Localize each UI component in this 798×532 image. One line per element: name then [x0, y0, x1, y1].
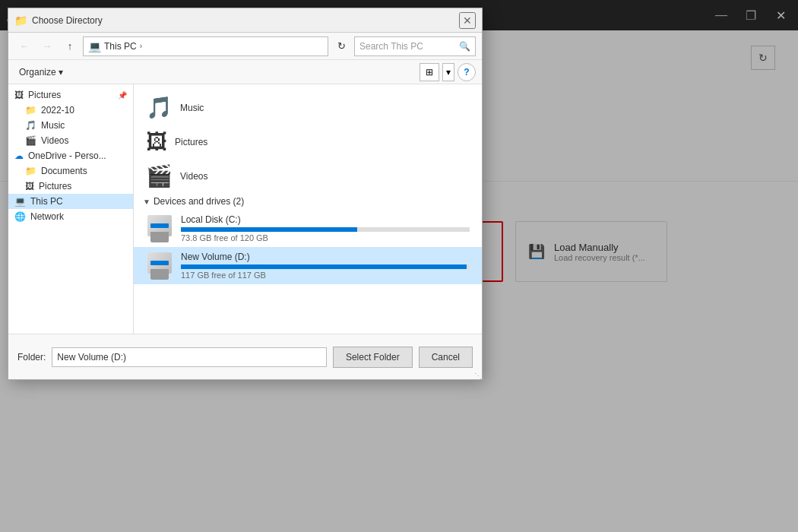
up-btn[interactable]: ↑ — [60, 36, 80, 56]
new-volume-d-free: 117 GB free of 117 GB — [181, 271, 470, 280]
file-item-videos[interactable]: 🎬 Videos — [134, 159, 482, 193]
sidebar-item-documents[interactable]: 📁 Documents — [8, 163, 133, 179]
pictures-pin-icon: 🖼 — [14, 90, 24, 100]
sidebar-item-2022-10[interactable]: 📁 2022-10 — [8, 103, 133, 118]
onedrive-icon: ☁ — [14, 150, 24, 161]
devices-chevron-icon: ▼ — [143, 198, 150, 206]
search-bar[interactable]: Search This PC 🔍 — [354, 36, 476, 56]
new-volume-d-bar-fill — [181, 264, 467, 269]
search-text: Search This PC — [359, 41, 423, 52]
dialog-title-left: 📁 Choose Directory — [14, 14, 103, 27]
sidebar-item-music[interactable]: 🎵 Music — [8, 118, 133, 133]
dialog-close-btn[interactable]: ✕ — [459, 12, 476, 29]
2022-10-label: 2022-10 — [41, 105, 74, 116]
address-pc-icon: 💻 — [88, 40, 101, 52]
address-refresh-btn[interactable]: ↻ — [331, 36, 351, 56]
sidebar-item-videos[interactable]: 🎬 Videos — [8, 133, 133, 148]
dialog-title-icon: 📁 — [14, 14, 27, 27]
forward-btn[interactable]: → — [37, 36, 57, 56]
dialog-body: 🖼 Pictures 📌 📁 2022-10 🎵 Music 🎬 Videos … — [8, 84, 482, 334]
drive-item-local-c[interactable]: Local Disk (C:) 73.8 GB free of 120 GB — [134, 210, 482, 247]
select-folder-btn[interactable]: Select Folder — [333, 347, 413, 368]
file-videos-icon: 🎬 — [146, 163, 173, 188]
file-pictures-icon: 🖼 — [146, 129, 167, 154]
pictures-pin-label: Pictures — [28, 90, 61, 100]
local-c-icon — [146, 215, 173, 242]
view-icons: ⊞ ▾ ? — [420, 63, 476, 81]
resize-handle[interactable]: ⋱ — [474, 372, 482, 379]
choose-directory-dialog: 📁 Choose Directory ✕ ← → ↑ 💻 This PC › ↻… — [8, 8, 483, 380]
new-volume-d-name: New Volume (D:) — [181, 252, 470, 262]
pictures2-icon: 🖼 — [25, 181, 34, 192]
view-icon-btn[interactable]: ⊞ — [420, 63, 439, 81]
file-videos-label: Videos — [180, 171, 207, 182]
documents-icon: 📁 — [25, 166, 36, 176]
videos-label: Videos — [41, 135, 68, 146]
documents-label: Documents — [41, 166, 87, 176]
sidebar-item-network[interactable]: 🌐 Network — [8, 209, 133, 224]
back-btn[interactable]: ← — [14, 36, 34, 56]
local-c-name: Local Disk (C:) — [181, 214, 470, 225]
dialog-organize: Organize ▾ ⊞ ▾ ? — [8, 60, 482, 84]
music-icon: 🎵 — [25, 120, 36, 131]
sidebar-item-onedrive[interactable]: ☁ OneDrive - Perso... — [8, 148, 133, 163]
pin-icon: 📌 — [118, 91, 127, 100]
dialog-toolbar: ← → ↑ 💻 This PC › ↻ Search This PC 🔍 — [8, 33, 482, 60]
organize-btn[interactable]: Organize ▾ — [14, 63, 68, 81]
local-c-bar-fill — [181, 227, 357, 232]
this-pc-label: This PC — [30, 196, 63, 207]
organize-label: Organize ▾ — [19, 67, 63, 78]
folder-label: Folder: — [17, 352, 46, 363]
file-music-label: Music — [180, 103, 204, 113]
dialog-footer: Folder: Select Folder Cancel — [8, 334, 482, 379]
music-label: Music — [41, 120, 65, 131]
address-text: This PC — [104, 41, 137, 52]
file-item-pictures[interactable]: 🖼 Pictures — [134, 125, 482, 159]
address-chevron: › — [140, 42, 142, 50]
sidebar-item-pictures-pin[interactable]: 🖼 Pictures 📌 — [8, 87, 133, 103]
onedrive-label: OneDrive - Perso... — [28, 150, 106, 161]
search-icon: 🔍 — [459, 41, 470, 52]
help-btn[interactable]: ? — [458, 63, 476, 81]
devices-section-label: Devices and drives (2) — [154, 196, 244, 207]
pictures2-label: Pictures — [39, 181, 71, 192]
devices-section-header[interactable]: ▼ Devices and drives (2) — [134, 193, 482, 210]
address-bar[interactable]: 💻 This PC › — [83, 36, 328, 56]
network-icon: 🌐 — [14, 211, 26, 222]
sidebar-item-pictures2[interactable]: 🖼 Pictures — [8, 179, 133, 194]
local-c-info: Local Disk (C:) 73.8 GB free of 120 GB — [181, 214, 470, 242]
dialog-titlebar: 📁 Choose Directory ✕ — [8, 8, 482, 33]
file-pictures-label: Pictures — [175, 137, 207, 147]
sidebar-item-this-pc[interactable]: 💻 This PC — [8, 194, 133, 209]
local-c-free: 73.8 GB free of 120 GB — [181, 233, 470, 242]
this-pc-icon: 💻 — [14, 196, 26, 207]
folder-input[interactable] — [52, 347, 327, 367]
cancel-btn[interactable]: Cancel — [419, 347, 473, 368]
file-item-music[interactable]: 🎵 Music — [134, 90, 482, 125]
new-volume-d-info: New Volume (D:) 117 GB free of 117 GB — [181, 252, 470, 280]
new-volume-d-icon — [146, 252, 173, 280]
dialog-title-text: Choose Directory — [32, 15, 103, 26]
dialog-sidebar: 🖼 Pictures 📌 📁 2022-10 🎵 Music 🎬 Videos … — [8, 84, 134, 334]
2022-10-icon: 📁 — [25, 105, 36, 116]
dialog-content[interactable]: 🎵 Music 🖼 Pictures 🎬 Videos ▼ Devices an… — [134, 84, 482, 334]
new-volume-d-bar-bg — [181, 264, 470, 269]
videos-icon: 🎬 — [25, 135, 36, 146]
network-label: Network — [30, 211, 64, 222]
drive-item-new-volume-d[interactable]: New Volume (D:) 117 GB free of 117 GB — [134, 247, 482, 284]
local-c-bar-bg — [181, 227, 470, 232]
file-music-icon: 🎵 — [146, 95, 173, 120]
view-chevron-btn[interactable]: ▾ — [442, 63, 454, 81]
